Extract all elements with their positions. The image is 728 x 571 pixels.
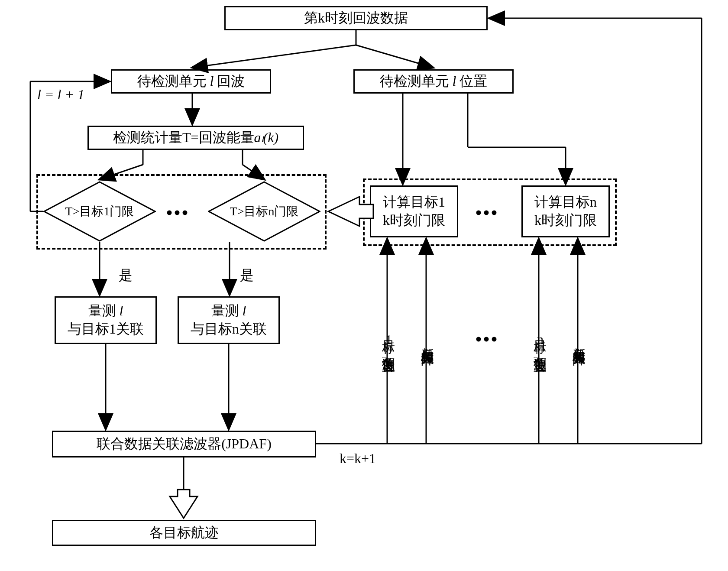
decision-target1: T>目标1门限 bbox=[43, 181, 156, 242]
calc-targetn-l2: k时刻门限 bbox=[534, 211, 597, 230]
jpdaf-label: 联合数据关联滤波器(JPDAF) bbox=[97, 435, 272, 453]
calc-target1-l2: k时刻门限 bbox=[383, 211, 445, 230]
assoc1-l2: 与目标1关联 bbox=[68, 320, 144, 338]
vlabel-targetn-pos: 目标n预测位置 bbox=[531, 273, 549, 407]
yes1-label: 是 bbox=[119, 266, 133, 285]
unit-position-box: 待检测单元 l 位置 bbox=[353, 69, 514, 94]
decision-target1-label: T>目标1门限 bbox=[43, 203, 156, 220]
unit-echo-label: 待检测单元 l 回波 bbox=[137, 72, 245, 91]
calc-dots: ••• bbox=[476, 203, 499, 223]
svg-marker-18 bbox=[170, 490, 197, 518]
jpdaf-box: 联合数据关联滤波器(JPDAF) bbox=[52, 431, 316, 457]
svg-line-3 bbox=[192, 45, 356, 68]
tracks-box: 各目标航迹 bbox=[52, 520, 316, 546]
l-increment-label: l = l + 1 bbox=[37, 87, 84, 103]
tracks-label: 各目标航迹 bbox=[149, 524, 219, 542]
k-increment-label: k=k+1 bbox=[340, 451, 376, 467]
calc-target1-box: 计算目标1 k时刻门限 bbox=[370, 185, 458, 237]
decision-targetn-label: T>目标n门限 bbox=[208, 203, 320, 220]
vlabel-target1-pos: 目标1预测位置 bbox=[379, 273, 397, 407]
yesn-label: 是 bbox=[240, 266, 254, 285]
decision-targetn: T>目标n门限 bbox=[208, 181, 320, 242]
assocn-l2: 与目标n关联 bbox=[191, 320, 267, 338]
vlabel-innov1: 新息自相关矩阵 bbox=[418, 273, 436, 407]
unit-position-label: 待检测单元 l 位置 bbox=[380, 72, 488, 91]
statistic-label: 检测统计量T=回波能量aₗ(k) bbox=[113, 129, 278, 147]
calc-targetn-box: 计算目标n k时刻门限 bbox=[521, 185, 610, 237]
calc-target1-l1: 计算目标1 bbox=[383, 193, 445, 211]
vlabel-innovn: 新息自相关矩阵 bbox=[570, 273, 588, 407]
assocn-l1: 量测 l bbox=[211, 302, 246, 320]
echo-data-label: 第k时刻回波数据 bbox=[304, 9, 408, 27]
vlabel-dots: ••• bbox=[476, 329, 499, 350]
svg-line-4 bbox=[356, 45, 433, 68]
assoc-targetn-box: 量测 l 与目标n关联 bbox=[178, 296, 280, 344]
statistic-box: 检测统计量T=回波能量aₗ(k) bbox=[87, 126, 304, 150]
assoc1-l1: 量测 l bbox=[88, 302, 123, 320]
calc-targetn-l1: 计算目标n bbox=[534, 193, 597, 211]
diamond-dots: ••• bbox=[166, 203, 190, 223]
unit-echo-box: 待检测单元 l 回波 bbox=[111, 69, 271, 94]
echo-data-box: 第k时刻回波数据 bbox=[224, 6, 488, 30]
assoc-target1-box: 量测 l 与目标1关联 bbox=[55, 296, 157, 344]
